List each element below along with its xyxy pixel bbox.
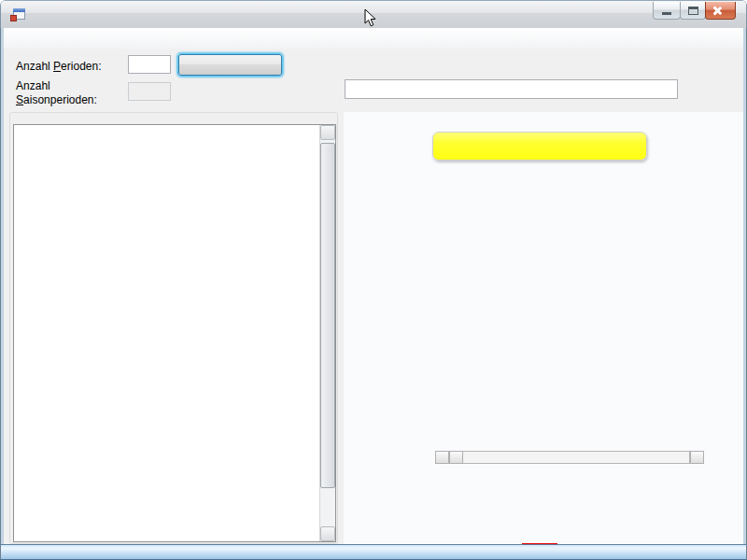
minimize-button[interactable] xyxy=(653,2,681,20)
chart-horizontal-scrollbar[interactable] xyxy=(435,451,704,464)
app-icon xyxy=(10,8,25,22)
menu-bar xyxy=(4,28,743,49)
window-border-left xyxy=(0,28,4,544)
data-grid[interactable] xyxy=(13,124,336,542)
anzahl-saisonperioden-label: Anzahl Saisonperioden: xyxy=(16,79,97,107)
autocorrelation-chart xyxy=(357,175,730,497)
ergebnisse-dropdown[interactable] xyxy=(345,79,678,99)
scroll-down-icon[interactable] xyxy=(320,526,335,541)
anzahl-saisonperioden-input xyxy=(128,82,171,101)
caption-buttons xyxy=(654,2,736,20)
chart-scrollbar-thumb[interactable] xyxy=(463,451,690,464)
grid-vertical-scrollbar[interactable] xyxy=(319,125,335,541)
grid-scrollbar-thumb[interactable] xyxy=(320,143,335,488)
chart-title xyxy=(432,132,647,161)
window-border-bottom[interactable] xyxy=(0,544,747,560)
grid-header-row xyxy=(14,125,335,141)
grid-body xyxy=(14,141,321,542)
anzahl-perioden-input[interactable] xyxy=(128,55,171,74)
scroll-dropdown-icon[interactable] xyxy=(435,451,449,464)
app-window: Anzahl Perioden: Anzahl Saisonperioden: xyxy=(0,0,747,560)
scroll-right-icon[interactable] xyxy=(690,451,704,464)
client-area: Anzahl Perioden: Anzahl Saisonperioden: xyxy=(4,28,743,544)
scroll-up-icon[interactable] xyxy=(320,125,335,140)
scroll-left-icon[interactable] xyxy=(449,451,463,464)
maximize-button[interactable] xyxy=(680,2,706,20)
window-border-right xyxy=(743,28,747,544)
minimize-icon xyxy=(662,12,671,15)
tc-werte-button[interactable] xyxy=(178,54,282,76)
chart-panel xyxy=(344,112,743,544)
anzahl-perioden-label: Anzahl Perioden: xyxy=(16,60,102,74)
close-button[interactable] xyxy=(705,2,736,20)
title-bar[interactable] xyxy=(0,0,747,28)
maximize-icon xyxy=(688,7,698,15)
